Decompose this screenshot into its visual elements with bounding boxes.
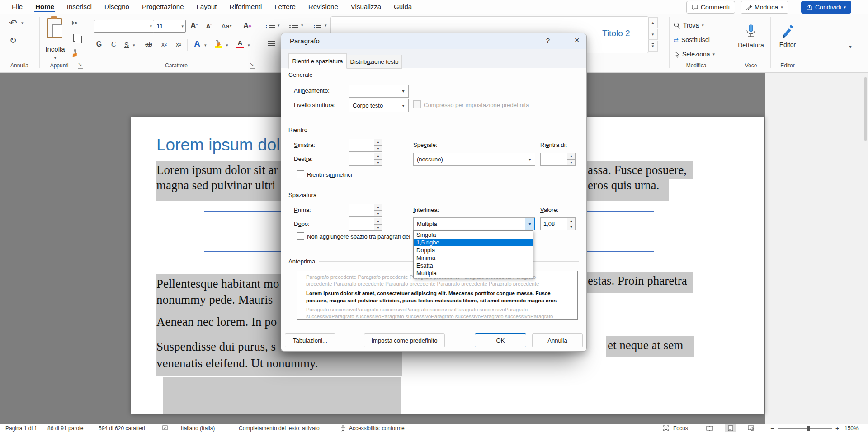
chevron-down-icon[interactable]: ▾: [398, 99, 408, 112]
bullet-list-button[interactable]: [265, 20, 276, 31]
multilevel-list-button[interactable]: [312, 20, 323, 31]
close-icon[interactable]: ✕: [571, 37, 583, 44]
indent-right-spinner[interactable]: ▲▼: [349, 153, 382, 166]
menu-layout[interactable]: Layout: [190, 0, 223, 12]
zoom-slider-thumb[interactable]: [807, 426, 810, 431]
mirror-indents-checkbox[interactable]: [297, 170, 304, 178]
alignment-combobox[interactable]: ▾: [349, 85, 409, 98]
spacing-at-spinner[interactable]: 1,08 ▲▼: [540, 217, 576, 230]
chevron-down-icon[interactable]: ▾: [525, 153, 535, 165]
chevron-down-icon[interactable]: ▾: [398, 85, 408, 97]
menu-inserisci[interactable]: Inserisci: [61, 0, 98, 12]
help-button[interactable]: ?: [542, 37, 553, 44]
chevron-down-icon[interactable]: ▾: [21, 21, 24, 25]
font-dialog-launcher-icon[interactable]: ↘: [250, 61, 255, 69]
menu-revisione[interactable]: Revisione: [302, 0, 344, 12]
zoom-in-button[interactable]: +: [835, 425, 839, 432]
numbered-list-button[interactable]: [288, 20, 299, 31]
spin-up-icon[interactable]: ▲: [374, 204, 382, 211]
zoom-slider-track[interactable]: [778, 428, 832, 429]
proofing-icon[interactable]: [162, 425, 168, 431]
grow-font-button[interactable]: Aˆ: [187, 20, 201, 32]
focus-mode-button[interactable]: Focus: [673, 425, 688, 432]
select-button[interactable]: Seleziona ▾: [674, 49, 728, 60]
chevron-down-icon[interactable]: ▾: [204, 43, 207, 47]
replace-button[interactable]: ⇄ Sostituisci: [674, 34, 728, 45]
option-esatta[interactable]: Esatta: [414, 262, 533, 269]
spacing-before-spinner[interactable]: ▲▼: [349, 204, 382, 217]
menu-riferimenti[interactable]: Riferimenti: [223, 0, 269, 12]
tab-rientri-e-spaziatura[interactable]: Rientri e spaziatura: [288, 53, 347, 69]
indent-left-spinner[interactable]: ▲▼: [349, 139, 382, 152]
superscript-button[interactable]: x2: [173, 39, 184, 50]
chevron-down-icon[interactable]: ▾: [248, 43, 250, 47]
subscript-button[interactable]: x2: [158, 39, 170, 50]
indent-special-combobox[interactable]: (nessuno) ▾: [413, 153, 535, 166]
print-layout-button[interactable]: [725, 424, 736, 432]
indent-by-spinner[interactable]: ▲▼: [540, 153, 576, 166]
vertical-scrollbar[interactable]: [864, 77, 867, 141]
bold-button[interactable]: G: [93, 39, 105, 50]
option-singola[interactable]: Singola: [414, 231, 533, 239]
menu-disegno[interactable]: Disegno: [98, 0, 136, 12]
redo-button[interactable]: ↻: [6, 34, 20, 46]
dialog-title-bar[interactable]: Paragrafo ? ✕: [281, 33, 586, 49]
comments-button[interactable]: Commenti: [686, 1, 735, 14]
spin-up-icon[interactable]: ▲: [374, 139, 382, 146]
change-case-button[interactable]: Aa▾: [218, 20, 235, 32]
dont-add-space-checkbox[interactable]: [297, 232, 304, 240]
spin-up-icon[interactable]: ▲: [567, 153, 575, 160]
spin-up-icon[interactable]: ▲: [374, 218, 382, 225]
web-layout-button[interactable]: [748, 425, 754, 431]
set-as-default-button[interactable]: Imposta come predefinito: [364, 333, 445, 347]
zoom-level[interactable]: 150%: [844, 425, 859, 432]
menu-home[interactable]: Home: [29, 0, 61, 12]
menu-visualizza[interactable]: Visualizza: [344, 0, 387, 12]
text-completion-indicator[interactable]: Completamento del testo: attivato: [239, 425, 320, 432]
clear-formatting-button[interactable]: A◆: [241, 20, 254, 32]
undo-button[interactable]: ↶: [6, 17, 20, 29]
tab-distribuzione-testo[interactable]: Distribuzione testo: [347, 55, 402, 69]
format-painter-button[interactable]: [70, 48, 81, 58]
collapse-ribbon-chevron-icon[interactable]: ▾: [849, 43, 852, 50]
styles-scroll-up[interactable]: ▴: [648, 17, 658, 28]
option-multipla[interactable]: Multipla: [414, 269, 533, 277]
edit-mode-button[interactable]: Modifica ▾: [741, 1, 788, 14]
font-name-combobox[interactable]: ▾: [94, 20, 154, 33]
chevron-down-icon[interactable]: ▾: [525, 218, 535, 230]
justify-button[interactable]: [266, 39, 277, 50]
chevron-down-icon[interactable]: ▾: [325, 23, 327, 28]
ok-button[interactable]: OK: [475, 333, 526, 347]
clipboard-dialog-launcher-icon[interactable]: ↘: [78, 61, 83, 69]
chevron-down-icon[interactable]: ▾: [278, 23, 280, 28]
option-1-5-righe[interactable]: 1,5 righe: [414, 239, 533, 246]
spin-down-icon[interactable]: ▼: [374, 225, 382, 230]
menu-lettere[interactable]: Lettere: [268, 0, 302, 12]
highlight-color-button[interactable]: [212, 37, 224, 50]
style-titolo2[interactable]: Titolo 2: [602, 28, 630, 38]
option-minima[interactable]: Minima: [414, 254, 533, 262]
cancel-button[interactable]: Annulla: [532, 333, 583, 347]
find-button[interactable]: Trova ▾: [674, 20, 723, 31]
font-color-button[interactable]: A: [234, 37, 246, 50]
shrink-font-button[interactable]: Aˇ: [203, 21, 215, 32]
outline-level-combobox[interactable]: Corpo testo ▾: [349, 99, 409, 112]
share-button[interactable]: Condividi ▾: [801, 1, 851, 14]
spin-down-icon[interactable]: ▼: [374, 146, 382, 151]
styles-more-button[interactable]: ▾: [648, 41, 658, 52]
cut-button[interactable]: ✂: [69, 18, 80, 28]
spin-down-icon[interactable]: ▼: [374, 160, 382, 165]
chevron-down-icon[interactable]: ▾: [226, 43, 228, 47]
styles-scroll-down[interactable]: ▾: [648, 29, 658, 40]
line-spacing-combobox[interactable]: Multipla ▾: [413, 217, 535, 230]
underline-button[interactable]: S: [121, 39, 132, 50]
spin-down-icon[interactable]: ▼: [567, 160, 575, 165]
dictate-button[interactable]: Dettatura: [735, 17, 767, 56]
chevron-down-icon[interactable]: ▾: [301, 23, 303, 28]
chevron-down-icon[interactable]: ▾: [133, 43, 135, 47]
spacing-after-spinner[interactable]: ▲▼: [349, 218, 382, 231]
option-doppia[interactable]: Doppia: [414, 246, 533, 254]
read-mode-button[interactable]: [706, 425, 713, 431]
char-count[interactable]: 594 di 620 caratteri: [99, 425, 145, 432]
page-indicator[interactable]: Pagina 1 di 1: [5, 425, 37, 432]
